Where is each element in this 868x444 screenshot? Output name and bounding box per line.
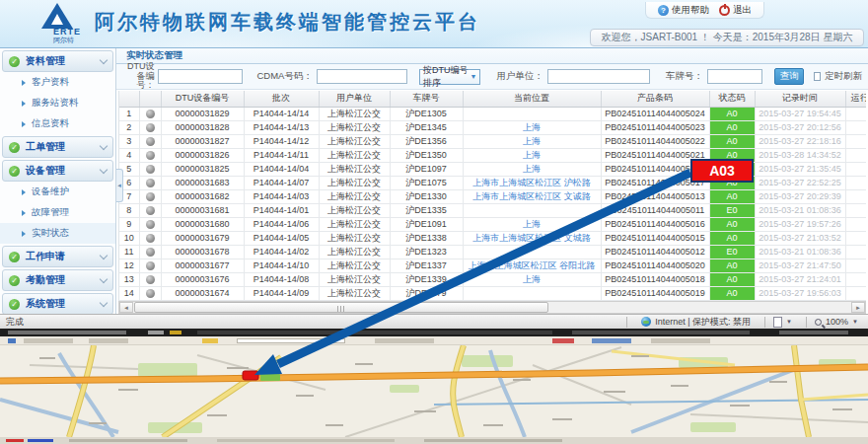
column-header-1[interactable] (139, 91, 161, 107)
cell-location (463, 107, 601, 120)
security-zone-text: Internet | 保护模式: 禁用 (655, 316, 751, 329)
strip-segment (572, 331, 750, 334)
table-row[interactable]: 1300000031676P14044-14/08上海松江公交沪DE1339上海… (119, 272, 866, 286)
search-button[interactable]: 查询 (774, 68, 805, 85)
strip-segment (779, 331, 848, 334)
app-window: ERTE 阿尔特 阿尔特物联网车载终端智能管控云平台 ? 使用帮助 退出 欢迎您… (0, 0, 868, 444)
cell-run: 1 (845, 176, 866, 189)
cell-barcode: PB024510114044005021 (601, 148, 709, 162)
cell-location[interactable]: 上海 (463, 162, 601, 176)
table-row[interactable]: 700000031682P14044-14/03上海松江公交沪DE1330上海市… (119, 189, 866, 203)
scrollbar-track[interactable] (549, 302, 851, 313)
user-org-input[interactable] (547, 69, 650, 84)
table-row[interactable]: 300000031827P14044-14/12上海松江公交沪DE1356上海P… (119, 134, 866, 148)
sidebar-group-工作申请[interactable]: ✓工作申请 (2, 246, 113, 267)
table-row[interactable]: 800000031681P14044-14/01上海松江公交沪DE1335PB0… (119, 203, 866, 217)
table-row[interactable]: 600000031683P14044-14/07上海松江公交沪DE1075上海市… (119, 176, 866, 189)
table-row[interactable]: 900000031680P14044-14/06上海松江公交沪DE1091上海P… (119, 217, 866, 231)
column-header-运行时间/[interactable]: 运行时间/ (845, 91, 866, 107)
cell-run: 1 (845, 272, 866, 286)
cell-barcode: PB024510114044005015 (601, 231, 709, 245)
plate-number-input[interactable] (707, 69, 762, 84)
cell-location[interactable]: 上海市上海城区松江区 沪松路 (463, 176, 601, 189)
column-header-产品条码[interactable]: 产品条码 (601, 91, 709, 107)
cell-location[interactable]: 上海 (463, 217, 601, 231)
sidebar-collapse-handle[interactable]: ◄ (116, 169, 123, 202)
cell-location[interactable]: 上海市上海城区松江区 谷阳北路 (463, 259, 601, 272)
tab-realtime-status[interactable]: 实时状态管理 (126, 49, 182, 62)
cell-location[interactable]: 上海 (463, 272, 601, 286)
dtu-number-input[interactable] (158, 69, 243, 84)
cdma-number-input[interactable] (317, 69, 407, 84)
scrollbar-thumb[interactable] (134, 302, 548, 313)
strip-segment (8, 331, 126, 334)
sidebar-item-故障管理[interactable]: 故障管理 (0, 202, 115, 223)
scroll-left-arrow-icon[interactable]: ◄ (119, 302, 133, 313)
cdma-number-label: CDMA号码： (256, 70, 312, 83)
sidebar-group-系统管理[interactable]: ✓系统管理 (2, 293, 113, 315)
cell-n: 1 (119, 107, 139, 120)
cell-status-code: A0 (709, 189, 755, 203)
device-ball-icon (146, 137, 155, 146)
sidebar-group-工单管理[interactable]: ✓工单管理 (2, 136, 113, 158)
device-cell-icon (139, 120, 161, 134)
check-circle-icon: ✓ (9, 166, 20, 177)
device-cell-icon (139, 286, 161, 300)
table-row[interactable]: 500000031825P14044-14/04上海松江公交沪DE1097上海P… (119, 162, 866, 176)
table-row[interactable]: 200000031828P14044-14/13上海松江公交沪DE1345上海P… (119, 120, 866, 134)
cell-record-time: 2015-03-27 22:52:25 (755, 176, 845, 189)
cell-org: 上海松江公交 (319, 259, 390, 272)
sidebar-group-label: 工单管理 (26, 140, 95, 154)
sidebar-item-实时状态[interactable]: 实时状态 (0, 223, 115, 244)
sort-order-select[interactable]: 按DTU编号排序 ▼ (419, 69, 481, 85)
zoom-control[interactable]: 100% ▼ (811, 317, 868, 327)
column-header-车牌号[interactable]: 车牌号 (390, 91, 463, 107)
table-row[interactable]: 400000031826P14044-14/11上海松江公交沪DE1350上海P… (119, 148, 866, 162)
cell-org: 上海松江公交 (319, 272, 390, 286)
strip-chip (69, 439, 187, 442)
column-header-状态码[interactable]: 状态码 (709, 91, 755, 107)
sidebar-item-信息资料[interactable]: 信息资料 (0, 113, 115, 134)
table-row[interactable]: 1000000031679P14044-14/05上海松江公交沪DE1338上海… (119, 231, 866, 245)
cell-batch: P14044-14/12 (244, 134, 319, 148)
status-divider (626, 317, 627, 328)
logout-button[interactable]: 退出 (719, 4, 752, 17)
cell-location[interactable]: 上海市上海城区松江区 文诚路 (463, 189, 601, 203)
sidebar-group-考勤管理[interactable]: ✓考勤管理 (2, 269, 113, 291)
cell-run: 1 (845, 148, 866, 162)
help-button[interactable]: ? 使用帮助 (658, 4, 709, 17)
column-header-DTU设备编号[interactable]: DTU设备编号 (161, 91, 244, 107)
cell-location[interactable]: 上海 (463, 148, 601, 162)
sidebar-item-设备维护[interactable]: 设备维护 (0, 182, 115, 202)
cell-location[interactable]: 上海市上海城区松江区 文城路 (463, 231, 601, 245)
sidebar-item-客户资料[interactable]: 客户资料 (0, 72, 115, 93)
table-row[interactable]: 100000031829P14044-14/14上海松江公交沪DE1305PB0… (119, 107, 866, 120)
cell-location[interactable]: 上海 (463, 134, 601, 148)
page-mode-button[interactable]: ▼ (769, 317, 802, 328)
map-canvas[interactable] (0, 345, 868, 437)
top-header: ERTE 阿尔特 阿尔特物联网车载终端智能管控云平台 ? 使用帮助 退出 欢迎您… (0, 0, 868, 47)
sidebar-group-资料管理[interactable]: ✓资料管理 (2, 50, 113, 72)
table-row[interactable]: 1400000031674P14044-14/09上海松江公交沪DE1179PB… (119, 286, 866, 300)
table-row[interactable]: 1100000031678P14044-14/02上海松江公交沪DE1323PB… (119, 245, 866, 259)
column-header-0[interactable] (119, 91, 139, 107)
horizontal-scrollbar[interactable]: ◄ ► (118, 301, 866, 314)
cell-record-time: 2015-03-27 19:56:03 (755, 286, 845, 300)
cell-location[interactable]: 上海 (463, 120, 601, 134)
sidebar-group-设备管理[interactable]: ✓设备管理 (2, 160, 113, 182)
column-header-批次[interactable]: 批次 (244, 91, 319, 107)
cell-status-code: E0 (709, 203, 755, 217)
device-ball-icon (146, 234, 155, 243)
user-org-label: 用户单位： (496, 70, 543, 83)
cell-batch: P14044-14/02 (244, 245, 319, 259)
sidebar-item-服务站资料[interactable]: 服务站资料 (0, 93, 115, 113)
magnifier-icon (815, 319, 822, 326)
column-header-用户单位[interactable]: 用户单位 (319, 91, 390, 107)
cell-barcode: PB024510114044005011 (601, 203, 709, 217)
column-header-当前位置[interactable]: 当前位置 (463, 91, 601, 107)
device-ball-icon (146, 206, 155, 215)
column-header-记录时间[interactable]: 记录时间 (755, 91, 845, 107)
table-row[interactable]: 1200000031677P14044-14/10上海松江公交沪DE1337上海… (119, 259, 866, 272)
auto-refresh-checkbox[interactable] (814, 72, 821, 81)
scroll-right-arrow-icon[interactable]: ► (851, 302, 865, 313)
